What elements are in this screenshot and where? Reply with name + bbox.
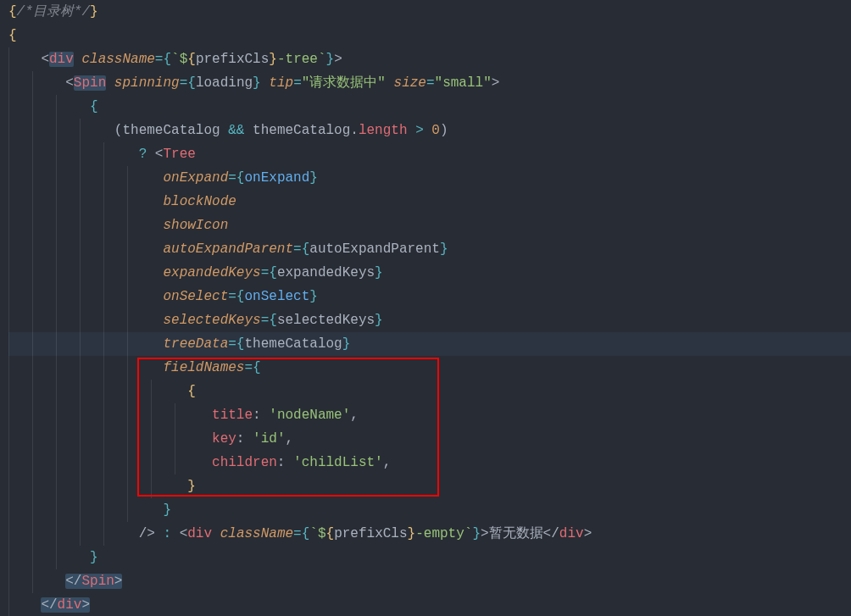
code-line: expandedKeys={expandedKeys} bbox=[8, 261, 851, 285]
code-line: key: 'id', bbox=[8, 427, 851, 451]
code-line: } bbox=[8, 546, 851, 569]
code-line: title: 'nodeName', bbox=[8, 403, 851, 427]
code-line: children: 'childList', bbox=[8, 451, 851, 474]
code-line: showIcon bbox=[8, 214, 851, 237]
code-line: treeData={themeCatalog} bbox=[8, 332, 851, 356]
code-line: </div> bbox=[8, 593, 851, 616]
code-line: <Spin spinning={loading} tip="请求数据中" siz… bbox=[8, 71, 851, 95]
code-line: } bbox=[8, 498, 851, 522]
code-line: ? <Tree bbox=[8, 142, 851, 166]
code-line: { bbox=[8, 24, 851, 47]
code-line: blockNode bbox=[8, 190, 851, 214]
code-line: {/*目录树*/} bbox=[8, 0, 851, 24]
code-line: </Spin> bbox=[8, 569, 851, 593]
code-line: autoExpandParent={autoExpandParent} bbox=[8, 237, 851, 261]
code-line: fieldNames={ bbox=[8, 356, 851, 380]
code-line: { bbox=[8, 95, 851, 119]
code-line: selectedKeys={selectedKeys} bbox=[8, 308, 851, 332]
code-line: onSelect={onSelect} bbox=[8, 285, 851, 308]
code-line: /> : <div className={`${prefixCls}-empty… bbox=[8, 522, 851, 546]
code-line: (themeCatalog && themeCatalog.length > 0… bbox=[8, 119, 851, 142]
code-editor[interactable]: {/*目录树*/} { <div className={`${prefixCls… bbox=[0, 0, 851, 616]
code-line: { bbox=[8, 380, 851, 403]
code-line: } bbox=[8, 474, 851, 498]
code-line: onExpand={onExpand} bbox=[8, 166, 851, 190]
code-line: <div className={`${prefixCls}-tree`}> bbox=[8, 47, 851, 71]
